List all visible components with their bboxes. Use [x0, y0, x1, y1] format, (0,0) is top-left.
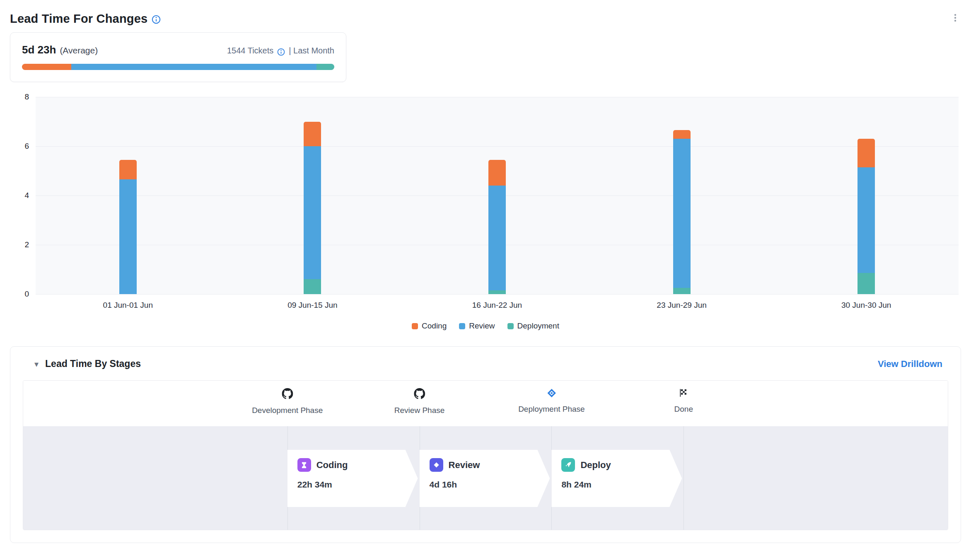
y-tick-label: 6: [24, 142, 29, 151]
bar-segment-deployment[interactable]: [857, 273, 875, 294]
stage-card-review[interactable]: Review4d 16h: [420, 450, 550, 507]
average-label: (Average): [60, 46, 98, 56]
legend-swatch-deployment: [507, 323, 514, 329]
x-tick-label: 09 Jun-15 Jun: [220, 301, 405, 310]
milestone-development-phase: Development Phase: [252, 388, 323, 415]
bar-column: [589, 97, 774, 294]
lead-time-chart: 02468 01 Jun-01 Jun09 Jun-15 Jun16 Jun-2…: [10, 97, 961, 331]
stacked-bar[interactable]: [857, 139, 875, 294]
stage-divider: [684, 426, 684, 530]
tickets-info-icon[interactable]: [277, 47, 285, 55]
milestone-done: Done: [674, 388, 693, 414]
panel-header: ▾ Lead Time By Stages View Drilldown: [10, 347, 961, 379]
legend-label: Coding: [422, 321, 447, 331]
legend-item-deployment[interactable]: Deployment: [507, 321, 559, 331]
stage-duration: 4d 16h: [430, 480, 540, 490]
bar-segment-coding[interactable]: [857, 139, 875, 167]
stacked-bar[interactable]: [119, 160, 137, 294]
stage-card-coding[interactable]: Coding22h 34m: [287, 450, 418, 507]
chart-plot: [36, 97, 959, 294]
bar-segment-deployment[interactable]: [304, 279, 321, 294]
stage-name: Coding: [316, 460, 348, 471]
legend-label: Deployment: [517, 321, 559, 331]
summary-bar-segment-coding: [22, 64, 71, 70]
milestone-review-phase: Review Phase: [394, 388, 444, 415]
lead-time-widget: Lead Time For Changes 5d 23h (Average) 1…: [0, 0, 971, 560]
page-title: Lead Time For Changes: [10, 12, 147, 26]
bar-segment-review[interactable]: [673, 139, 691, 288]
bar-segment-deployment[interactable]: [488, 290, 506, 294]
hourglass-icon: [297, 458, 311, 472]
bar-segment-coding[interactable]: [119, 160, 137, 180]
x-tick-label: 01 Jun-01 Jun: [36, 301, 220, 310]
x-tick-label: 23 Jun-29 Jun: [589, 301, 774, 310]
view-drilldown-link[interactable]: View Drilldown: [878, 359, 942, 369]
stage-body: Coding22h 34mReview4d 16hDeploy8h 24m: [23, 426, 948, 530]
milestone-label: Development Phase: [252, 406, 323, 415]
kebab-menu-icon[interactable]: [949, 12, 961, 26]
stacked-bar[interactable]: [673, 130, 691, 294]
finish-flag-icon: [679, 388, 688, 400]
y-tick-label: 2: [24, 240, 29, 249]
x-axis: 01 Jun-01 Jun09 Jun-15 Jun16 Jun-22 Jun2…: [36, 301, 959, 310]
title-info-icon[interactable]: [152, 15, 161, 24]
bar-segment-coding[interactable]: [488, 160, 506, 186]
bar-segment-review[interactable]: [488, 186, 506, 290]
stacked-bar[interactable]: [488, 160, 506, 294]
stage-duration: 22h 34m: [297, 480, 408, 490]
bar-column: [220, 97, 405, 294]
milestone-label: Review Phase: [394, 406, 444, 415]
stage-duration: 8h 24m: [561, 480, 672, 490]
average-value: 5d 23h: [22, 43, 56, 56]
review-icon: [430, 458, 443, 472]
bar-column: [405, 97, 589, 294]
bar-column: [36, 97, 220, 294]
summary-progress-bar: [22, 64, 334, 70]
bar-segment-review[interactable]: [857, 167, 875, 273]
stage-card-header: Coding: [297, 458, 408, 472]
lead-time-by-stages-panel: ▾ Lead Time By Stages View Drilldown Dev…: [10, 346, 961, 543]
stage-name: Review: [449, 460, 480, 471]
tickets-count: 1544 Tickets: [227, 46, 273, 56]
summary-bar-segment-deployment: [316, 64, 334, 70]
stage-card-header: Deploy: [561, 458, 672, 472]
diamond-icon: [546, 388, 556, 400]
gridline-0: [36, 294, 959, 294]
y-tick-label: 4: [24, 191, 29, 200]
legend-item-coding[interactable]: Coding: [412, 321, 447, 331]
panel-title: Lead Time By Stages: [45, 358, 141, 369]
stage-card-deploy[interactable]: Deploy8h 24m: [551, 450, 682, 507]
summary-card: 5d 23h (Average) 1544 Tickets | Last Mon…: [10, 32, 346, 82]
y-tick-label: 8: [24, 92, 29, 101]
stacked-bar[interactable]: [304, 122, 321, 294]
x-tick-label: 16 Jun-22 Jun: [405, 301, 589, 310]
bar-column: [774, 97, 959, 294]
bar-segment-coding[interactable]: [304, 122, 321, 147]
widget-header: Lead Time For Changes: [10, 12, 961, 26]
summary-bar-segment-review: [71, 64, 316, 70]
y-tick-label: 0: [24, 290, 29, 299]
stage-table: Development PhaseReview PhaseDeployment …: [23, 380, 948, 530]
github-icon: [282, 388, 293, 400]
legend-swatch-review: [459, 323, 465, 329]
rocket-icon: [561, 458, 575, 472]
bar-columns: [36, 97, 959, 294]
legend-swatch-coding: [412, 323, 418, 329]
milestone-label: Done: [674, 405, 693, 414]
bar-segment-review[interactable]: [304, 146, 321, 279]
y-axis: 02468: [10, 97, 36, 294]
stage-name: Deploy: [580, 460, 611, 471]
collapse-caret-icon[interactable]: ▾: [34, 360, 39, 368]
legend-item-review[interactable]: Review: [459, 321, 495, 331]
bar-segment-coding[interactable]: [673, 130, 691, 139]
stage-card-header: Review: [430, 458, 540, 472]
milestones-row: Development PhaseReview PhaseDeployment …: [23, 381, 948, 426]
milestone-deployment-phase: Deployment Phase: [518, 388, 585, 414]
chart-legend: CodingReviewDeployment: [10, 321, 961, 331]
period-label: | Last Month: [289, 46, 334, 56]
bar-segment-deployment[interactable]: [673, 288, 691, 294]
legend-label: Review: [469, 321, 495, 331]
bar-segment-review[interactable]: [119, 179, 137, 294]
milestone-label: Deployment Phase: [518, 405, 585, 414]
x-tick-label: 30 Jun-30 Jun: [774, 301, 959, 310]
